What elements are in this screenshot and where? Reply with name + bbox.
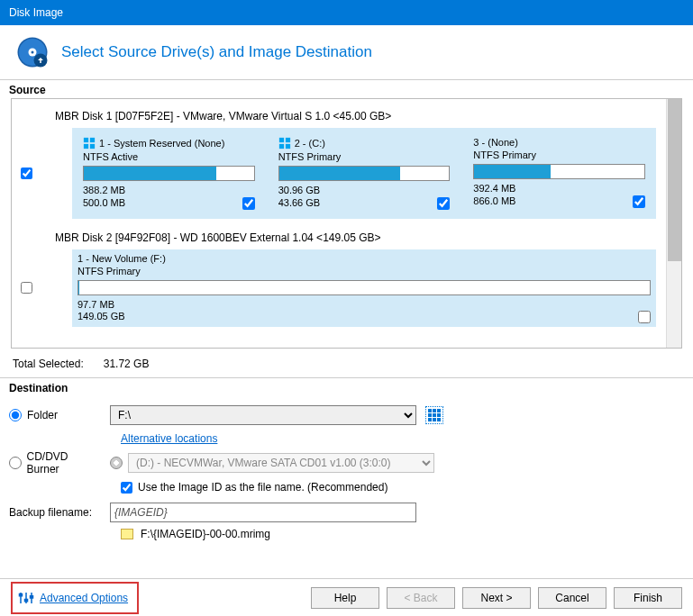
partition-1-usage	[83, 166, 255, 181]
filename-input[interactable]	[110, 503, 416, 522]
partition-1-label: 1 - System Reserved (None)	[99, 138, 224, 149]
svg-point-3	[32, 51, 34, 54]
window-titlebar: Disk Image	[0, 0, 693, 25]
partition-1-checkbox[interactable]	[242, 197, 255, 210]
disk1-title: MBR Disk 1 [D07F5F2E] - VMware, VMware V…	[55, 110, 391, 122]
partition-3-label: 3 - (None)	[473, 137, 518, 148]
disc-icon	[110, 457, 123, 469]
partition-2-label: 2 - (C:)	[295, 138, 325, 149]
svg-rect-10	[286, 138, 290, 142]
total-row: Total Selected: 31.72 GB	[0, 356, 693, 378]
svg-rect-16	[20, 593, 23, 595]
advanced-options-link[interactable]: Advanced Options	[40, 592, 128, 604]
partition-f-used: 97.7 MB	[78, 299, 125, 312]
partition-1-used: 388.2 MB	[83, 185, 125, 197]
disk2-block: MBR Disk 2 [94F92F08] - WD 1600BEV Exter…	[21, 230, 656, 328]
total-label: Total Selected:	[13, 358, 84, 370]
partition-3-total: 866.0 MB	[473, 195, 515, 208]
svg-rect-8	[90, 144, 95, 149]
partition-2[interactable]: 2 - (C:) NTFS Primary 30.96 GB43.66 GB	[273, 133, 456, 213]
partition-3-checkbox[interactable]	[633, 195, 645, 208]
partition-f-total: 149.05 GB	[78, 311, 125, 323]
cancel-button[interactable]: Cancel	[538, 587, 606, 609]
partition-2-type: NTFS Primary	[278, 151, 451, 162]
filename-label: Backup filename:	[9, 506, 101, 519]
partition-3-used: 392.4 MB	[473, 183, 515, 195]
svg-rect-11	[279, 144, 284, 149]
help-button[interactable]: Help	[311, 587, 379, 609]
source-section-label: Source	[0, 80, 693, 98]
svg-rect-12	[286, 144, 290, 149]
partition-3[interactable]: 3 - (None) NTFS Primary 392.4 MB866.0 MB	[468, 133, 651, 213]
advanced-options-highlight: Advanced Options	[11, 582, 139, 614]
burner-radio-label: CD/DVD Burner	[27, 450, 101, 476]
partition-1[interactable]: 1 - System Reserved (None) NTFS Active 3…	[78, 133, 260, 213]
disk2-checkbox[interactable]	[21, 282, 32, 294]
next-button[interactable]: Next >	[462, 587, 531, 609]
destination-section: Folder F:\ Alternative locations CD/DVD …	[0, 396, 693, 548]
partition-f-label: 1 - New Volume (F:)	[78, 253, 166, 264]
use-imageid-label: Use the Image ID as the file name. (Reco…	[138, 481, 388, 494]
windows-icon	[83, 137, 96, 149]
partition-f-usage	[78, 280, 651, 295]
partition-f-checkbox[interactable]	[638, 311, 651, 323]
disk2-title: MBR Disk 2 [94F92F08] - WD 1600BEV Exter…	[55, 231, 381, 244]
svg-rect-5	[84, 138, 88, 142]
filename-preview: F:\{IMAGEID}-00-00.mrimg	[141, 528, 270, 540]
svg-rect-18	[31, 595, 33, 597]
scrollbar-thumb[interactable]	[668, 99, 681, 261]
partition-f[interactable]: 1 - New Volume (F:) NTFS Primary 97.7 MB…	[72, 249, 656, 328]
scrollbar[interactable]	[666, 99, 681, 348]
folder-radio[interactable]	[9, 409, 22, 421]
windows-icon	[278, 137, 291, 149]
bottom-bar: Advanced Options Help < Back Next > Canc…	[0, 578, 693, 616]
partition-2-checkbox[interactable]	[437, 197, 450, 210]
use-imageid-checkbox[interactable]	[121, 482, 132, 494]
back-button: < Back	[387, 587, 455, 609]
source-panel: MBR Disk 1 [D07F5F2E] - VMware, VMware V…	[11, 98, 682, 349]
svg-rect-7	[84, 144, 88, 149]
partition-2-usage	[278, 166, 451, 181]
partition-2-used: 30.96 GB	[278, 185, 320, 197]
partition-3-usage	[473, 164, 645, 179]
page-title: Select Source Drive(s) and Image Destina…	[61, 43, 372, 61]
wizard-header: Select Source Drive(s) and Image Destina…	[0, 25, 693, 80]
partition-2-total: 43.66 GB	[278, 197, 320, 210]
svg-rect-6	[90, 138, 95, 142]
destination-section-label: Destination	[0, 378, 693, 396]
svg-rect-17	[25, 599, 28, 601]
partition-1-total: 500.0 MB	[83, 197, 125, 210]
folder-radio-label: Folder	[27, 409, 58, 421]
finish-button[interactable]: Finish	[614, 587, 682, 609]
folder-icon	[121, 529, 133, 539]
browse-button[interactable]	[425, 406, 443, 424]
burner-radio[interactable]	[9, 457, 22, 469]
alternative-locations-link[interactable]: Alternative locations	[121, 432, 217, 445]
disk1-checkbox[interactable]	[21, 168, 32, 179]
svg-rect-9	[279, 138, 284, 142]
partition-1-type: NTFS Active	[83, 151, 255, 162]
disk-image-icon	[16, 36, 49, 68]
browse-icon	[428, 409, 441, 421]
partition-3-type: NTFS Primary	[473, 149, 645, 160]
sliders-icon	[18, 590, 34, 606]
folder-select[interactable]: F:\	[110, 405, 416, 425]
total-value: 31.72 GB	[104, 358, 150, 370]
partition-f-type: NTFS Primary	[78, 266, 651, 276]
disk1-block: MBR Disk 1 [D07F5F2E] - VMware, VMware V…	[21, 108, 656, 219]
burner-select[interactable]: (D:) - NECVMWar, VMware SATA CD01 v1.00 …	[128, 453, 434, 473]
